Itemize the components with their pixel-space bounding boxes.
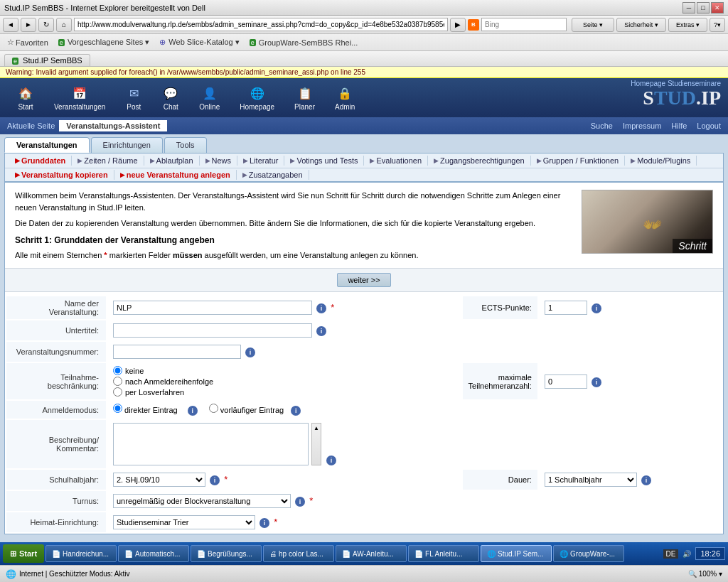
app-nav: 🏠 Start 📅 Veranstaltungen ✉ Post 💬 Chat … [7,82,643,114]
heimat-required-icon: * [274,517,277,527]
help-btn[interactable]: ?▾ [710,18,725,32]
minimize-btn[interactable]: ─ [682,2,695,14]
radio-losverfahren: per Losverfahren [113,387,456,397]
subnav-literatur[interactable]: ▶Literatur [237,156,284,166]
dauer-label-cell: Dauer: [463,470,537,490]
security-btn[interactable]: Sicherheit ▾ [616,18,666,32]
go-btn[interactable]: ▶ [450,18,466,32]
breadcrumb-home[interactable]: Aktuelle Seite [7,122,55,130]
name-info-icon[interactable]: i [316,303,326,313]
subnav-zugang[interactable]: ▶Zugangsberechtigungen [428,156,531,166]
beschreibung-info-icon[interactable]: i [326,456,336,465]
vorlaeufig-info-icon[interactable]: i [291,406,301,416]
taskbar-item-1[interactable]: 📄 Automatisch... [118,545,189,562]
subnav-grunddaten[interactable]: ▶Grunddaten [9,156,72,166]
subnav-gruppen[interactable]: ▶Gruppen / Funktionen [531,156,625,166]
search-input[interactable] [481,18,567,31]
untertitel-info-icon[interactable]: i [316,326,326,336]
weiter-button[interactable]: weiter >> [337,273,390,287]
beschreibung-cell: ▲ i [107,420,722,468]
teilnahme-radio-group: keine nach Anmeldereihenfolge per Losver… [113,366,456,397]
taskbar-item-4[interactable]: 📄 AW-Anleitu... [336,545,407,562]
subnav-votings[interactable]: ▶Votings und Tests [284,156,364,166]
dauer-select[interactable]: 1 Schulhalbjahr [545,473,637,487]
subnav-neu[interactable]: ▶neue Veranstaltung anlegen [114,170,237,180]
favorites-btn[interactable]: ☆ Favoriten [4,37,51,48]
nav-post[interactable]: ✉ Post [115,82,152,114]
tab-einrichtungen[interactable]: Einrichtungen [91,137,163,153]
turnus-select[interactable]: unregelmäßig oder Blockveranstaltung [113,494,291,508]
suggested-sites-btn[interactable]: e Vorgeschlagene Sites ▾ [55,37,152,48]
main-tabs: Veranstaltungen Einrichtungen Tools [0,134,728,153]
maximize-btn[interactable]: □ [697,2,710,14]
tab-tools[interactable]: Tools [164,137,207,153]
taskbar-item-0[interactable]: 📄 Handreichun... [46,545,117,562]
untertitel-input[interactable] [113,323,312,338]
radio-direkt[interactable] [113,404,122,413]
max-label-cell: maximaleTeilnehmeranzahl: [463,363,537,399]
turnus-info-icon[interactable]: i [295,497,305,507]
max-input[interactable] [545,374,587,389]
suche-link[interactable]: Suche [591,122,613,130]
direkt-info-icon[interactable]: i [188,406,198,416]
webslice-btn[interactable]: ⊕ Web Slice-Katalog ▾ [156,37,242,48]
taskbar: ⊞ Start 📄 Handreichun... 📄 Automatisch..… [0,542,728,562]
heimat-select[interactable]: Studienseminar Trier [113,515,255,529]
impressum-link[interactable]: Impressum [623,122,661,130]
secondary-nav: Aktuelle Seite Veranstaltungs-Assistent … [0,117,728,134]
intro-text: Willkommen beim Veranstaltungs-Assistent… [15,190,574,261]
start-button[interactable]: ⊞ Start [3,544,44,562]
beschreibung-textarea[interactable] [113,423,309,465]
subnav-zeiten[interactable]: ▶Zeiten / Räume [72,156,144,166]
schulhalbjahr-cell: 2. SHj.09/10 i * [107,470,461,490]
schulhalbjahr-select[interactable]: 2. SHj.09/10 [113,473,205,487]
max-info-icon[interactable]: i [592,377,601,387]
radio-vorlaeufig[interactable] [209,404,218,413]
nav-admin[interactable]: 🔒 Admin [325,82,365,114]
taskbar-item-3[interactable]: 🖨 hp color Las... [263,545,334,562]
forward-btn[interactable]: ► [21,18,36,32]
taskbar-item-6[interactable]: 🌐 Stud.IP Sem... [481,545,552,562]
schulhalbjahr-info-icon[interactable]: i [210,475,220,485]
taskbar-item-7[interactable]: 🌐 GroupWare-... [553,545,624,562]
ects-info-icon[interactable]: i [592,303,601,313]
home-btn[interactable]: ⌂ [56,18,72,32]
nummer-info-icon[interactable]: i [245,347,255,357]
address-bar[interactable] [74,18,448,31]
subnav-kopieren[interactable]: ▶Veranstaltung kopieren [9,170,114,180]
taskbar-item-5[interactable]: 📄 FL Anleitu... [408,545,479,562]
tab-veranstaltungen[interactable]: Veranstaltungen [4,137,90,153]
nav-start[interactable]: 🏠 Start [7,82,44,114]
page-tab[interactable]: e Stud.IP SemBBS [4,54,90,66]
heimat-label: Heimat-Einrichtung: [6,512,106,532]
name-input[interactable] [113,301,312,315]
subnav-news[interactable]: ▶News [200,156,238,166]
nav-planer[interactable]: 📋 Planer [284,82,325,114]
back-btn[interactable]: ◄ [3,18,18,32]
logout-link[interactable]: Logout [697,122,721,130]
subnav-module[interactable]: ▶Module/Plugins [625,156,697,166]
radio-keine-input[interactable] [113,366,122,375]
nav-chat[interactable]: 💬 Chat [152,82,189,114]
subnav-evaluationen[interactable]: ▶Evaluationen [364,156,428,166]
nav-homepage[interactable]: 🌐 Homepage [230,82,284,114]
subnav-zusatz[interactable]: ▶Zusatzangaben [237,170,309,180]
dauer-info-icon[interactable]: i [641,475,651,485]
extras-btn[interactable]: Extras ▾ [668,18,707,32]
ects-value-cell: i [539,296,722,319]
tools-btn[interactable]: Seite ▾ [572,18,614,32]
groupware-btn[interactable]: e GroupWare-SemBBS Rhei... [247,38,361,48]
schulhalbjahr-required-icon: * [224,474,228,485]
nav-online[interactable]: 👤 Online [189,82,230,114]
ects-input[interactable] [545,301,587,315]
radio-losverfahren-input[interactable] [113,387,122,397]
taskbar-item-2[interactable]: 📄 Begrüßungs... [191,545,262,562]
heimat-info-icon[interactable]: i [259,518,269,528]
radio-anmelde-input[interactable] [113,377,122,386]
hilfe-link[interactable]: Hilfe [671,122,687,130]
close-btn[interactable]: ✕ [711,2,724,14]
nav-veranstaltungen[interactable]: 📅 Veranstaltungen [44,82,115,114]
subnav-ablaufplan[interactable]: ▶Ablaufplan [144,156,200,166]
nummer-input[interactable] [113,345,241,359]
refresh-btn[interactable]: ↻ [38,18,54,32]
